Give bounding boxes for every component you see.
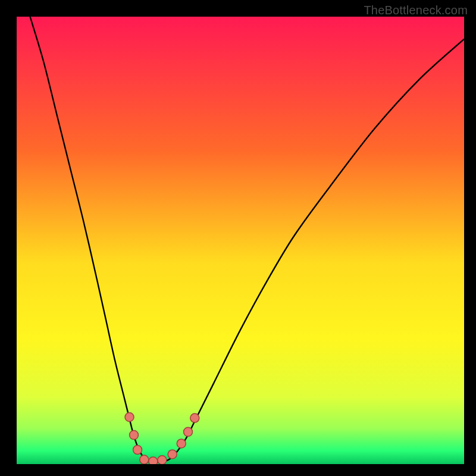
marker-dot [177, 439, 186, 448]
marker-dot [190, 414, 199, 422]
chart-frame [17, 17, 464, 464]
watermark-text: TheBottleneck.com [364, 4, 468, 17]
marker-dot [149, 457, 158, 464]
marker-dot [133, 445, 142, 454]
marker-dot [158, 456, 167, 464]
marker-dot [130, 431, 139, 440]
chart-svg [17, 17, 464, 464]
marker-dot [184, 427, 193, 436]
marker-dot [140, 455, 149, 464]
gradient-bg [17, 17, 464, 464]
marker-dot [168, 450, 177, 459]
marker-dot [125, 413, 134, 422]
